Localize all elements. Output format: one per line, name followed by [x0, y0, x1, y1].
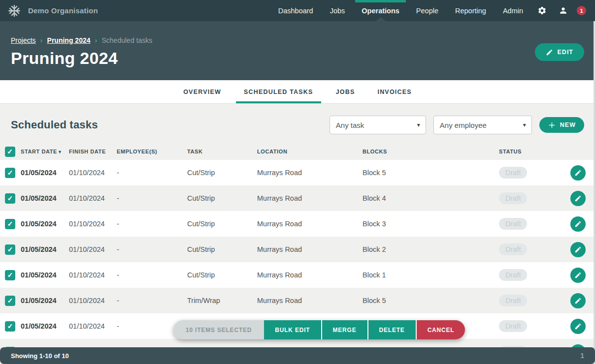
breadcrumb-current: Scheduled tasks — [102, 36, 153, 44]
table-row: ✓ 01/05/2024 01/10/2024 - Cut/Strip Murr… — [0, 160, 595, 185]
notification-badge[interactable]: 1 — [577, 6, 586, 15]
settings-gear-icon[interactable] — [531, 0, 553, 21]
col-employees[interactable]: EMPLOYEE(S) — [117, 149, 187, 154]
row-edit-button[interactable] — [570, 165, 586, 181]
cell-employees: - — [117, 245, 187, 253]
cell-location: Murrays Road — [257, 194, 363, 202]
row-edit-button[interactable] — [570, 268, 586, 283]
delete-button[interactable]: DELETE — [367, 320, 416, 339]
app-page: Demo Organisation Dashboard Jobs Operati… — [0, 0, 595, 364]
new-task-button[interactable]: NEW — [539, 117, 584, 133]
cell-start-date: 01/05/2024 — [21, 322, 69, 330]
employee-filter-select[interactable]: Any employee ▾ — [433, 116, 532, 134]
cell-start-date: 01/05/2024 — [21, 297, 69, 304]
row-edit-button[interactable] — [570, 216, 586, 232]
page-number[interactable]: 1 — [580, 352, 584, 360]
row-checkbox[interactable]: ✓ — [5, 296, 15, 306]
row-checkbox[interactable]: ✓ — [5, 168, 15, 178]
table-row: ✓ 01/05/2024 01/10/2024 - Cut/Strip Murr… — [0, 211, 595, 237]
cell-blocks: Block 3 — [363, 220, 499, 228]
col-status[interactable]: STATUS — [499, 149, 570, 154]
merge-button[interactable]: MERGE — [321, 320, 367, 339]
check-icon: ✓ — [7, 297, 13, 304]
cell-start-date: 01/05/2024 — [21, 194, 69, 202]
bulk-edit-button[interactable]: BULK EDIT — [264, 320, 321, 339]
col-blocks[interactable]: BLOCKS — [363, 149, 499, 154]
pencil-icon — [574, 297, 582, 304]
row-checkbox[interactable]: ✓ — [5, 321, 15, 332]
user-profile-icon[interactable] — [553, 0, 574, 21]
cancel-button[interactable]: CANCEL — [416, 320, 465, 339]
pencil-icon — [574, 272, 582, 279]
filters: Any task ▾ Any employee ▾ NEW — [330, 116, 584, 134]
new-button-label: NEW — [560, 121, 576, 128]
project-hero: Projects › Pruning 2024 › Scheduled task… — [0, 21, 595, 80]
tab-jobs[interactable]: JOBS — [328, 80, 363, 103]
row-checkbox[interactable]: ✓ — [5, 219, 15, 229]
cell-blocks: Block 5 — [363, 297, 499, 304]
status-badge: Draft — [499, 243, 527, 255]
nav-item-operations[interactable]: Operations — [353, 0, 408, 21]
cell-task: Cut/Strip — [187, 169, 257, 177]
cell-location: Murrays Road — [257, 271, 363, 279]
cell-finish-date: 01/10/2024 — [69, 322, 117, 330]
pencil-icon — [574, 169, 582, 177]
cell-location: Murrays Road — [257, 220, 363, 228]
breadcrumb-project[interactable]: Pruning 2024 — [47, 36, 91, 44]
row-edit-button[interactable] — [570, 319, 586, 334]
col-task[interactable]: TASK — [187, 149, 257, 154]
col-location[interactable]: LOCATION — [257, 149, 363, 154]
pencil-icon — [574, 323, 582, 330]
table-row: ✓ 01/05/2024 01/10/2024 - Cut/Strip Murr… — [0, 185, 595, 211]
org-name: Demo Organisation — [28, 6, 98, 15]
breadcrumb-chevron-icon: › — [40, 36, 43, 44]
page-title: Pruning 2024 — [11, 49, 584, 68]
col-start-date[interactable]: START DATE▼ — [21, 149, 69, 154]
nav-item-reporting[interactable]: Reporting — [447, 0, 495, 21]
org-logo-snowflake-icon — [7, 3, 22, 18]
cell-blocks: Block 5 — [363, 169, 499, 177]
pencil-icon — [574, 195, 582, 202]
row-edit-button[interactable] — [570, 242, 586, 257]
row-checkbox[interactable]: ✓ — [5, 193, 15, 204]
status-badge: Draft — [499, 167, 527, 179]
tab-scheduled-tasks[interactable]: SCHEDULED TASKS — [236, 80, 321, 103]
breadcrumb-projects[interactable]: Projects — [11, 36, 36, 44]
cell-task: Cut/Strip — [187, 245, 257, 253]
row-checkbox[interactable]: ✓ — [5, 270, 15, 280]
cell-task: Cut/Strip — [187, 220, 257, 228]
pencil-icon — [574, 246, 582, 253]
check-icon: ✓ — [7, 220, 13, 228]
cell-employees: - — [117, 297, 187, 304]
check-icon: ✓ — [7, 245, 13, 253]
status-badge: Draft — [499, 320, 527, 332]
status-badge: Draft — [499, 295, 527, 306]
pencil-icon — [546, 49, 553, 56]
nav-item-people[interactable]: People — [408, 0, 447, 21]
cell-finish-date: 01/10/2024 — [69, 220, 117, 228]
pencil-icon — [574, 220, 582, 228]
edit-project-button[interactable]: EDIT — [535, 43, 584, 61]
section-title: Scheduled tasks — [11, 119, 98, 131]
row-edit-button[interactable] — [570, 293, 586, 308]
nav-item-admin[interactable]: Admin — [495, 0, 531, 21]
cell-start-date: 01/05/2024 — [21, 169, 69, 177]
cell-blocks: Block 4 — [363, 194, 499, 202]
row-edit-button[interactable] — [570, 191, 586, 206]
caret-down-icon: ▾ — [417, 121, 420, 128]
table-row: ✓ 01/05/2024 01/10/2024 - Cut/Strip Murr… — [0, 262, 595, 288]
cell-employees: - — [117, 271, 187, 279]
task-filter-select[interactable]: Any task ▾ — [330, 116, 426, 134]
section-header: Scheduled tasks Any task ▾ Any employee … — [0, 104, 595, 143]
nav-item-jobs[interactable]: Jobs — [322, 0, 354, 21]
edit-button-label: EDIT — [558, 49, 573, 56]
cell-start-date: 01/05/2024 — [21, 245, 69, 253]
row-checkbox[interactable]: ✓ — [5, 244, 15, 255]
cell-blocks: Block 1 — [363, 271, 499, 279]
nav-item-dashboard[interactable]: Dashboard — [270, 0, 322, 21]
select-all-checkbox[interactable]: ✓ — [5, 147, 15, 157]
tab-overview[interactable]: OVERVIEW — [175, 80, 229, 103]
col-finish-date[interactable]: FINISH DATE — [69, 149, 117, 154]
tab-invoices[interactable]: INVOICES — [369, 80, 419, 103]
employee-filter-value: Any employee — [440, 121, 487, 129]
